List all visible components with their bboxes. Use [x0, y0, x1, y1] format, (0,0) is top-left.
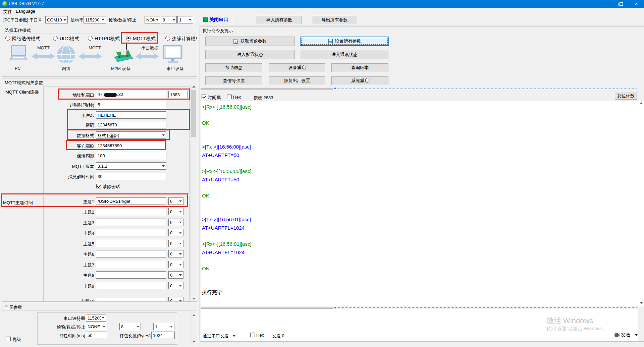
restore-button[interactable]	[613, 0, 629, 8]
minimize-button[interactable]	[598, 0, 613, 8]
port-input[interactable]	[168, 91, 188, 98]
g-parity-select[interactable]: NONE	[86, 323, 107, 330]
timeout-input[interactable]	[96, 101, 166, 108]
topic-qos-select[interactable]: 0	[168, 197, 183, 205]
factory-reset-button[interactable]: 恢复出厂设置	[269, 76, 325, 85]
chevron-down-icon	[102, 317, 104, 319]
topic-qos-select[interactable]: 0	[168, 250, 183, 257]
send-via-serial-button[interactable]: 通过串口发送	[203, 333, 235, 339]
topic-input[interactable]	[96, 250, 166, 257]
log-hex-checkbox[interactable]	[227, 95, 232, 99]
import-params-button[interactable]: 导入所有参数	[257, 16, 302, 24]
query-version-button[interactable]: 查询版本	[331, 63, 388, 72]
radio-icon[interactable]	[88, 36, 93, 41]
mqtt-params-panel: MQTT模式相关参数 MQTT Client连接 地址和端口 47..32 超时…	[2, 78, 197, 302]
topic-input[interactable]	[96, 229, 166, 236]
send-button[interactable]: 发送	[614, 332, 638, 338]
topic-input[interactable]	[96, 197, 166, 205]
query-signal-button[interactable]: 查信号强度	[205, 76, 262, 85]
get-params-button[interactable]: 获取当前参数	[205, 37, 295, 46]
pack-time-input[interactable]	[86, 332, 107, 339]
device-restart-button[interactable]: 设备重启	[269, 63, 325, 72]
address-input[interactable]: 47..32	[96, 91, 166, 98]
topic-input[interactable]	[96, 219, 166, 226]
scroll-down-icon[interactable]	[640, 302, 643, 304]
chevron-down-icon	[156, 19, 159, 21]
topic-qos-select[interactable]: 0	[168, 282, 183, 289]
topic-input[interactable]	[96, 297, 166, 302]
username-input[interactable]	[96, 111, 166, 119]
set-all-params-button[interactable]: 设置所有参数	[300, 37, 389, 46]
log-area[interactable]: >[Rx<-][16:56:00][asc]OK>[Tx->][16:56:00…	[201, 101, 638, 306]
chevron-down-icon	[179, 274, 182, 276]
topic-input[interactable]	[96, 282, 166, 289]
reset-count-button[interactable]: 复位计数	[615, 92, 637, 100]
splitter-track[interactable]	[335, 307, 637, 308]
enter-config-button[interactable]: 进入配置状态	[205, 50, 295, 59]
topic-qos-select[interactable]: 0	[168, 271, 183, 279]
topic-label: 主题9	[52, 283, 94, 289]
menu-file[interactable]: 文件	[3, 9, 12, 15]
scroll-up-icon[interactable]	[192, 314, 196, 316]
send-hex-checkbox[interactable]	[250, 333, 255, 337]
pack-len-label: 打包长度(Bytes)	[109, 333, 151, 339]
address-label: 地址和端口	[46, 92, 94, 98]
radio-icon[interactable]	[165, 36, 170, 41]
global-panel-scrollbar[interactable]	[191, 312, 197, 345]
system-restart-button[interactable]: 系统重启	[331, 76, 388, 85]
splitter-track[interactable]	[335, 89, 637, 89]
topic-qos-select[interactable]: 0	[168, 208, 183, 215]
menu-language[interactable]: Language	[16, 9, 35, 14]
radio-icon[interactable]	[5, 36, 10, 41]
advanced-checkbox[interactable]	[6, 337, 11, 341]
window-title: USR-DR504 V1.0.7	[9, 1, 44, 6]
baud-select[interactable]: 115200	[84, 16, 106, 23]
scroll-down-icon[interactable]	[192, 298, 196, 300]
stopbits-select[interactable]: 1	[177, 16, 193, 23]
splitter-groove[interactable]	[201, 88, 333, 90]
splitter-collapse-icon[interactable]	[333, 87, 337, 89]
g-databits-select[interactable]: 8	[119, 323, 141, 330]
topic-qos-select[interactable]: 0	[168, 240, 183, 247]
topic-input[interactable]	[96, 271, 166, 279]
databits-select[interactable]: 8	[161, 16, 177, 23]
clean-session-checkbox[interactable]	[96, 184, 101, 188]
g-baud-label: 串口波特率	[42, 315, 85, 322]
mqtt-panel-scrollbar[interactable]	[191, 84, 197, 302]
scrollbar-thumb[interactable]	[191, 90, 196, 137]
radio-icon[interactable]	[53, 36, 58, 41]
topic-input[interactable]	[96, 261, 166, 268]
password-input[interactable]	[96, 121, 166, 128]
scroll-down-icon[interactable]	[192, 341, 196, 343]
radio-icon[interactable]	[126, 36, 131, 41]
data-format-select[interactable]: 格式化输出	[96, 131, 166, 139]
topic-qos-select[interactable]: 0	[168, 297, 183, 302]
pack-len-input[interactable]	[151, 332, 175, 339]
parity-select[interactable]: NONE	[145, 16, 160, 23]
client-id-input[interactable]	[96, 142, 166, 149]
topic-input[interactable]	[96, 240, 166, 247]
enter-comm-button[interactable]: 进入通讯状态	[300, 50, 389, 59]
scroll-up-icon[interactable]	[640, 102, 643, 104]
msg-timeout-input[interactable]	[96, 173, 166, 180]
close-port-button[interactable]: 关闭串口	[209, 17, 228, 23]
g-baud-select[interactable]: 115200	[86, 314, 106, 322]
scroll-up-icon[interactable]	[192, 85, 196, 88]
topic-input[interactable]	[96, 208, 166, 215]
g-stopbits-select[interactable]: 1	[153, 323, 174, 330]
mqtt-version-label: MQTT 版本	[46, 164, 94, 170]
com-port-select[interactable]: COM10	[45, 16, 68, 23]
topic-qos-select[interactable]: 0	[168, 261, 183, 268]
keepalive-input[interactable]	[96, 152, 166, 159]
timeout-label: 超时时间(秒)	[46, 102, 94, 108]
log-scrollbar[interactable]	[638, 101, 644, 306]
close-button[interactable]: ×	[629, 0, 644, 8]
command-log-panel: 执行命令及提示 获取当前参数 设置所有参数 进入配置状态 进入通讯状态 帮助信息…	[200, 26, 644, 342]
log-line: OK	[202, 192, 638, 199]
topic-qos-select[interactable]: 0	[168, 219, 183, 226]
topic-qos-select[interactable]: 0	[168, 229, 183, 236]
help-info-button[interactable]: 帮助信息	[205, 63, 262, 72]
mqtt-version-select[interactable]: 3.1.1	[96, 162, 166, 170]
export-params-button[interactable]: 导出所有参数	[312, 16, 357, 24]
timestamp-checkbox[interactable]	[202, 95, 206, 99]
